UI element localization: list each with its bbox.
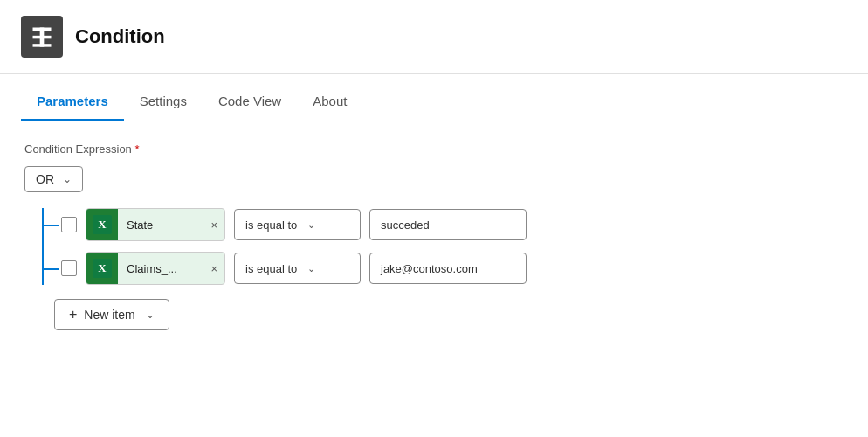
header: Condition [0,0,868,74]
tab-settings[interactable]: Settings [124,81,203,121]
excel-icon: X [86,209,118,240]
value-text-1: succeded [381,218,430,232]
tag-label-claims: Claims_... [118,262,203,275]
or-label: OR [36,172,54,186]
tab-parameters[interactable]: Parameters [21,81,124,121]
required-marker: * [134,142,139,156]
close-icon[interactable]: × [203,218,224,232]
condition-icon [21,16,63,58]
page-title: Condition [75,25,165,48]
value-text-2: jake@contoso.com [381,262,478,275]
row-checkbox-2[interactable] [61,260,77,276]
excel-icon: X [86,253,118,284]
row-checkbox-1[interactable] [61,217,77,232]
plus-icon: + [69,307,77,323]
new-item-label: New item [84,308,134,322]
operator-label-1: is equal to [245,218,297,232]
operator-dropdown-1[interactable]: is equal to ⌄ [234,209,361,240]
value-field-1[interactable]: succeded [369,209,527,240]
chevron-down-icon: ⌄ [307,219,315,231]
table-row: X State × is equal to ⌄ succeded [61,208,844,241]
section-label: Condition Expression * [24,142,844,156]
value-field-2[interactable]: jake@contoso.com [369,253,527,284]
close-icon[interactable]: × [203,262,224,275]
tab-bar: Parameters Settings Code View About [0,81,868,121]
svg-rect-3 [40,28,45,47]
tag-label-state: State [118,218,203,232]
claims-tag: X Claims_... × [86,252,225,285]
chevron-down-icon: ⌄ [146,309,155,321]
tab-about[interactable]: About [297,81,362,121]
chevron-down-icon: ⌄ [307,263,315,274]
operator-dropdown-2[interactable]: is equal to ⌄ [234,253,361,284]
tab-code-view[interactable]: Code View [203,81,297,121]
state-tag: X State × [86,208,225,241]
table-row: X Claims_... × is equal to ⌄ jake@contos… [61,252,844,285]
operator-label-2: is equal to [245,262,297,275]
or-operator-dropdown[interactable]: OR ⌄ [24,166,83,192]
chevron-down-icon: ⌄ [63,173,72,185]
main-content: Condition Expression * OR ⌄ X State × is… [0,121,868,351]
condition-rows: X State × is equal to ⌄ succeded X [42,208,844,285]
new-item-button[interactable]: + New item ⌄ [54,299,169,330]
